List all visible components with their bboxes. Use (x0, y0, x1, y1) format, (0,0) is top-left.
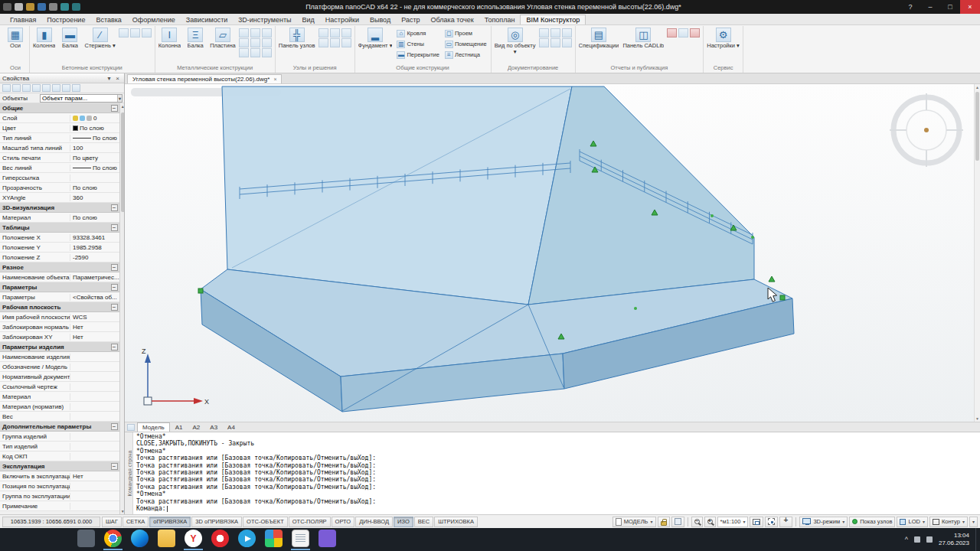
floor-slab-button[interactable]: ▬Перекрытие (395, 50, 441, 60)
layout-tab[interactable]: А2 (188, 422, 205, 432)
grip-square[interactable] (780, 295, 785, 300)
ribbon-tab[interactable]: Облака точек (426, 15, 479, 24)
property-value[interactable]: По цвету (70, 155, 119, 161)
grip-square[interactable] (198, 289, 203, 293)
section-view-icon[interactable] (539, 28, 549, 37)
axes-button[interactable]: ▦Оси (4, 27, 27, 50)
property-value[interactable]: -2590 (70, 254, 119, 261)
pan-icon[interactable] (779, 517, 792, 527)
view-by-object-button[interactable]: ◎Вид по объекту ▾ (494, 27, 537, 56)
yandex-browser-icon[interactable]: Y (185, 530, 202, 547)
scroll-down-icon[interactable]: ▼ (975, 416, 980, 421)
help-button[interactable]: ? (900, 0, 920, 14)
profile-icon[interactable] (239, 28, 249, 37)
panel-menu-icon[interactable]: ▾ (105, 75, 113, 82)
anchor-bolt-icon[interactable] (262, 38, 272, 47)
property-value[interactable]: По слою (70, 125, 119, 132)
lock-icon[interactable] (658, 517, 670, 527)
stairs-button[interactable]: ≡Лестница (443, 50, 488, 60)
property-value[interactable]: Параметричес... (70, 274, 119, 281)
props-section-header[interactable]: Общие− (0, 103, 119, 113)
collapse-icon[interactable]: − (111, 264, 118, 271)
props-section-header[interactable]: Разное− (0, 262, 119, 272)
grip-triangle[interactable] (769, 276, 775, 282)
property-value[interactable]: Нет (70, 473, 119, 480)
sheet-format-icon[interactable] (539, 38, 549, 47)
render-mode-button[interactable]: 3D-режим▾ (799, 517, 848, 527)
reinforcement-icon[interactable] (119, 28, 129, 37)
bolt-icon[interactable] (250, 48, 260, 57)
property-value[interactable]: По слою (70, 165, 119, 171)
rebar-rod-button[interactable]: ∕Стержень ▾ (83, 27, 116, 50)
scroll-up-icon[interactable]: ▲ (120, 104, 124, 109)
tray-network-icon[interactable] (914, 536, 920, 543)
props-section-header[interactable]: Параметры− (0, 282, 119, 292)
ribbon-tab[interactable]: Вывод (364, 15, 396, 24)
media-app-icon[interactable] (318, 530, 336, 547)
truss-node-icon[interactable] (341, 28, 351, 37)
canvas-scrollbar[interactable]: ▲ ▼ (974, 84, 980, 422)
scroll-down-icon[interactable]: ▼ (120, 509, 124, 514)
ribbon-tab[interactable]: Построение (41, 15, 90, 24)
filter-props-icon[interactable] (42, 84, 51, 92)
property-value[interactable]: Нет (70, 324, 119, 331)
frame-node-icon[interactable] (318, 38, 328, 47)
property-value[interactable]: По слою (70, 135, 119, 142)
corner-wall-model[interactable] (201, 86, 794, 412)
stiffener-icon[interactable] (262, 48, 272, 57)
status-toggle[interactable]: ИЗО (394, 517, 413, 527)
property-value[interactable]: По слою (70, 214, 119, 221)
navigation-wheel-icon[interactable] (890, 93, 963, 167)
settings-gear-button[interactable]: ⚙Настройки ▾ (706, 27, 740, 50)
edge-icon[interactable] (131, 530, 149, 547)
command-line-side-tab[interactable]: Командная строка (125, 432, 133, 514)
zoom-window-icon[interactable] (750, 517, 763, 527)
property-value[interactable]: 100 (70, 145, 119, 152)
save-icon[interactable] (38, 3, 46, 11)
ribbon-tab[interactable]: Оформление (127, 15, 181, 24)
ribbon-tab[interactable]: Зависимости (181, 15, 234, 24)
grip-dot[interactable] (634, 307, 637, 310)
walls-button[interactable]: ▥Стены (395, 39, 441, 49)
undo-icon[interactable] (60, 3, 69, 11)
model-space-button[interactable]: МОДЕЛЬ▾ (612, 517, 656, 527)
mesh-icon[interactable] (130, 28, 140, 37)
nodes-panel-button[interactable]: ╬Панель узлов (278, 27, 316, 50)
layout-tab[interactable]: А3 (205, 422, 222, 432)
ribbon-tab[interactable]: BIM Конструктор (520, 15, 586, 24)
property-value[interactable]: <Свойства об... (70, 294, 119, 301)
custom-node-icon[interactable] (341, 38, 351, 47)
status-more-icon[interactable]: ▾ (969, 517, 978, 527)
status-toggle[interactable]: СЕТКА (122, 517, 149, 527)
publish-cadlib-icon[interactable] (690, 28, 700, 37)
position-tag-icon[interactable] (562, 28, 572, 37)
opening-button[interactable]: ◻Проем (443, 28, 488, 38)
notepad-icon[interactable] (292, 530, 309, 547)
specifications-button[interactable]: ▤Спецификации (578, 27, 620, 50)
ribbon-tab[interactable]: Вид (297, 15, 320, 24)
property-value[interactable]: 0 (70, 115, 119, 122)
model-viewport[interactable]: Z X (125, 84, 980, 422)
props-section-header[interactable]: Дополнительные параметры− (0, 422, 119, 432)
base-plate-icon[interactable] (250, 38, 260, 47)
concrete-column-button[interactable]: ▮Колонна (32, 27, 56, 50)
grip-dot[interactable] (710, 214, 714, 217)
status-toggle[interactable]: ШТРИХОВКА (434, 517, 478, 527)
props-section-header[interactable]: Эксплуатация− (0, 461, 119, 471)
ribbon-tab[interactable]: 3D-инструменты (233, 15, 296, 24)
sheet-settings-icon[interactable] (671, 517, 684, 527)
steel-beam-button[interactable]: ΞБалка (184, 27, 207, 50)
pdf-export-icon[interactable] (667, 28, 677, 37)
chrome-icon[interactable] (104, 530, 122, 547)
document-tab[interactable]: Угловая стенка переменной высоты(22.06).… (127, 74, 282, 83)
ribbon-tab[interactable]: Настройки (320, 15, 364, 24)
dimension-icon[interactable] (550, 28, 560, 37)
object-selector[interactable]: Объект парам... ▾ (40, 94, 122, 103)
props-section-header[interactable]: Параметры изделия− (0, 342, 119, 352)
command-history[interactable]: *Отмена*CLOSE,ЗАКРЫТЬ,ПОКИНУТЬ - Закрыть… (133, 432, 980, 514)
drawing-area[interactable]: Z X ▲ ▼ (125, 84, 980, 422)
props-section-header[interactable]: 3D-визуализация− (0, 203, 119, 213)
connection-icon[interactable] (239, 38, 249, 47)
grip-dot[interactable] (751, 236, 754, 239)
collapse-icon[interactable]: − (111, 423, 118, 430)
